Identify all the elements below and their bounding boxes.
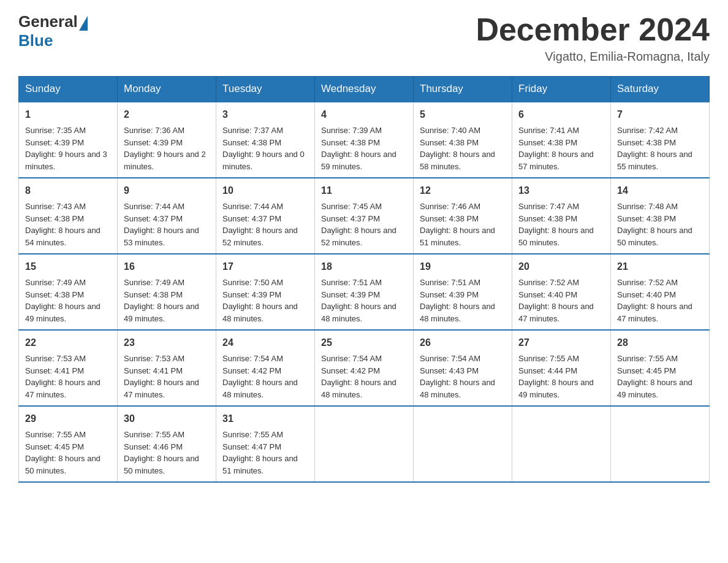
calendar-cell: 25Sunrise: 7:54 AMSunset: 4:42 PMDayligh… xyxy=(315,330,414,406)
day-sunrise: Sunrise: 7:55 AMSunset: 4:47 PMDaylight:… xyxy=(222,430,298,475)
calendar-cell xyxy=(315,406,414,482)
calendar-week-row: 15Sunrise: 7:49 AMSunset: 4:38 PMDayligh… xyxy=(19,254,710,330)
day-number: 4 xyxy=(321,107,407,122)
location-text: Vigatto, Emilia-Romagna, Italy xyxy=(476,50,710,64)
day-sunrise: Sunrise: 7:54 AMSunset: 4:42 PMDaylight:… xyxy=(321,354,396,399)
day-sunrise: Sunrise: 7:40 AMSunset: 4:38 PMDaylight:… xyxy=(420,126,495,171)
calendar-cell: 20Sunrise: 7:52 AMSunset: 4:40 PMDayligh… xyxy=(512,254,611,330)
calendar-cell: 18Sunrise: 7:51 AMSunset: 4:39 PMDayligh… xyxy=(315,254,414,330)
day-sunrise: Sunrise: 7:51 AMSunset: 4:39 PMDaylight:… xyxy=(420,278,495,323)
day-sunrise: Sunrise: 7:52 AMSunset: 4:40 PMDaylight:… xyxy=(518,278,594,323)
calendar-cell: 19Sunrise: 7:51 AMSunset: 4:39 PMDayligh… xyxy=(414,254,512,330)
header-friday: Friday xyxy=(512,77,611,102)
calendar-cell: 4Sunrise: 7:39 AMSunset: 4:38 PMDaylight… xyxy=(315,102,414,178)
calendar-cell: 6Sunrise: 7:41 AMSunset: 4:38 PMDaylight… xyxy=(512,102,611,178)
logo-blue-text: Blue xyxy=(18,31,53,50)
day-sunrise: Sunrise: 7:51 AMSunset: 4:39 PMDaylight:… xyxy=(321,278,396,323)
logo: General Blue xyxy=(18,12,88,50)
day-number: 27 xyxy=(518,335,604,350)
day-sunrise: Sunrise: 7:53 AMSunset: 4:41 PMDaylight:… xyxy=(124,354,199,399)
calendar-week-row: 8Sunrise: 7:43 AMSunset: 4:38 PMDaylight… xyxy=(19,178,710,254)
day-number: 12 xyxy=(420,183,506,198)
day-number: 23 xyxy=(124,335,210,350)
header-wednesday: Wednesday xyxy=(315,77,414,102)
calendar-cell: 30Sunrise: 7:55 AMSunset: 4:46 PMDayligh… xyxy=(118,406,216,482)
calendar-cell: 23Sunrise: 7:53 AMSunset: 4:41 PMDayligh… xyxy=(118,330,216,406)
day-number: 18 xyxy=(321,259,407,274)
day-sunrise: Sunrise: 7:54 AMSunset: 4:42 PMDaylight:… xyxy=(222,354,298,399)
logo-triangle-icon xyxy=(79,16,88,31)
day-number: 17 xyxy=(222,259,308,274)
day-number: 16 xyxy=(124,259,210,274)
day-sunrise: Sunrise: 7:44 AMSunset: 4:37 PMDaylight:… xyxy=(124,202,199,247)
calendar-cell: 13Sunrise: 7:47 AMSunset: 4:38 PMDayligh… xyxy=(512,178,611,254)
calendar-cell: 10Sunrise: 7:44 AMSunset: 4:37 PMDayligh… xyxy=(216,178,315,254)
day-sunrise: Sunrise: 7:49 AMSunset: 4:38 PMDaylight:… xyxy=(124,278,199,323)
calendar-cell: 8Sunrise: 7:43 AMSunset: 4:38 PMDaylight… xyxy=(19,178,118,254)
day-number: 26 xyxy=(420,335,506,350)
day-number: 15 xyxy=(25,259,111,274)
day-number: 29 xyxy=(25,412,111,426)
day-sunrise: Sunrise: 7:46 AMSunset: 4:38 PMDaylight:… xyxy=(420,202,495,247)
day-sunrise: Sunrise: 7:44 AMSunset: 4:37 PMDaylight:… xyxy=(222,202,298,247)
day-number: 9 xyxy=(124,183,210,198)
day-number: 6 xyxy=(518,107,604,122)
day-number: 30 xyxy=(124,412,210,426)
calendar-cell: 14Sunrise: 7:48 AMSunset: 4:38 PMDayligh… xyxy=(611,178,710,254)
calendar-cell xyxy=(414,406,512,482)
calendar-cell: 12Sunrise: 7:46 AMSunset: 4:38 PMDayligh… xyxy=(414,178,512,254)
day-number: 24 xyxy=(222,335,308,350)
day-sunrise: Sunrise: 7:54 AMSunset: 4:43 PMDaylight:… xyxy=(420,354,495,399)
day-number: 14 xyxy=(617,183,703,198)
calendar-cell: 29Sunrise: 7:55 AMSunset: 4:45 PMDayligh… xyxy=(19,406,118,482)
logo-general-text: General xyxy=(18,12,78,31)
calendar-cell: 16Sunrise: 7:49 AMSunset: 4:38 PMDayligh… xyxy=(118,254,216,330)
day-sunrise: Sunrise: 7:53 AMSunset: 4:41 PMDaylight:… xyxy=(25,354,100,399)
calendar-cell: 21Sunrise: 7:52 AMSunset: 4:40 PMDayligh… xyxy=(611,254,710,330)
day-sunrise: Sunrise: 7:48 AMSunset: 4:38 PMDaylight:… xyxy=(617,202,692,247)
day-sunrise: Sunrise: 7:55 AMSunset: 4:45 PMDaylight:… xyxy=(617,354,692,399)
day-number: 20 xyxy=(518,259,604,274)
day-sunrise: Sunrise: 7:50 AMSunset: 4:39 PMDaylight:… xyxy=(222,278,298,323)
day-number: 8 xyxy=(25,183,111,198)
day-sunrise: Sunrise: 7:45 AMSunset: 4:37 PMDaylight:… xyxy=(321,202,396,247)
day-sunrise: Sunrise: 7:55 AMSunset: 4:45 PMDaylight:… xyxy=(25,430,100,475)
calendar-table: SundayMondayTuesdayWednesdayThursdayFrid… xyxy=(18,76,710,483)
day-number: 10 xyxy=(222,183,308,198)
calendar-cell: 28Sunrise: 7:55 AMSunset: 4:45 PMDayligh… xyxy=(611,330,710,406)
day-sunrise: Sunrise: 7:47 AMSunset: 4:38 PMDaylight:… xyxy=(518,202,594,247)
calendar-cell: 26Sunrise: 7:54 AMSunset: 4:43 PMDayligh… xyxy=(414,330,512,406)
day-number: 25 xyxy=(321,335,407,350)
day-sunrise: Sunrise: 7:41 AMSunset: 4:38 PMDaylight:… xyxy=(518,126,594,171)
calendar-week-row: 29Sunrise: 7:55 AMSunset: 4:45 PMDayligh… xyxy=(19,406,710,482)
calendar-cell: 31Sunrise: 7:55 AMSunset: 4:47 PMDayligh… xyxy=(216,406,315,482)
title-section: December 2024 Vigatto, Emilia-Romagna, I… xyxy=(476,12,710,64)
calendar-cell: 3Sunrise: 7:37 AMSunset: 4:38 PMDaylight… xyxy=(216,102,315,178)
calendar-cell: 24Sunrise: 7:54 AMSunset: 4:42 PMDayligh… xyxy=(216,330,315,406)
calendar-cell: 27Sunrise: 7:55 AMSunset: 4:44 PMDayligh… xyxy=(512,330,611,406)
day-sunrise: Sunrise: 7:36 AMSunset: 4:39 PMDaylight:… xyxy=(124,126,206,171)
day-sunrise: Sunrise: 7:55 AMSunset: 4:46 PMDaylight:… xyxy=(124,430,199,475)
header-monday: Monday xyxy=(118,77,216,102)
day-sunrise: Sunrise: 7:39 AMSunset: 4:38 PMDaylight:… xyxy=(321,126,396,171)
day-number: 22 xyxy=(25,335,111,350)
calendar-cell xyxy=(611,406,710,482)
calendar-week-row: 22Sunrise: 7:53 AMSunset: 4:41 PMDayligh… xyxy=(19,330,710,406)
calendar-cell: 7Sunrise: 7:42 AMSunset: 4:38 PMDaylight… xyxy=(611,102,710,178)
calendar-cell: 9Sunrise: 7:44 AMSunset: 4:37 PMDaylight… xyxy=(118,178,216,254)
day-number: 1 xyxy=(25,107,111,122)
header-sunday: Sunday xyxy=(19,77,118,102)
day-sunrise: Sunrise: 7:49 AMSunset: 4:38 PMDaylight:… xyxy=(25,278,100,323)
header-tuesday: Tuesday xyxy=(216,77,315,102)
calendar-cell: 15Sunrise: 7:49 AMSunset: 4:38 PMDayligh… xyxy=(19,254,118,330)
day-number: 5 xyxy=(420,107,506,122)
day-number: 11 xyxy=(321,183,407,198)
calendar-cell: 11Sunrise: 7:45 AMSunset: 4:37 PMDayligh… xyxy=(315,178,414,254)
calendar-header-row: SundayMondayTuesdayWednesdayThursdayFrid… xyxy=(19,77,710,102)
day-number: 2 xyxy=(124,107,210,122)
day-sunrise: Sunrise: 7:43 AMSunset: 4:38 PMDaylight:… xyxy=(25,202,100,247)
calendar-cell: 1Sunrise: 7:35 AMSunset: 4:39 PMDaylight… xyxy=(19,102,118,178)
day-number: 3 xyxy=(222,107,308,122)
day-number: 7 xyxy=(617,107,703,122)
header-thursday: Thursday xyxy=(414,77,512,102)
